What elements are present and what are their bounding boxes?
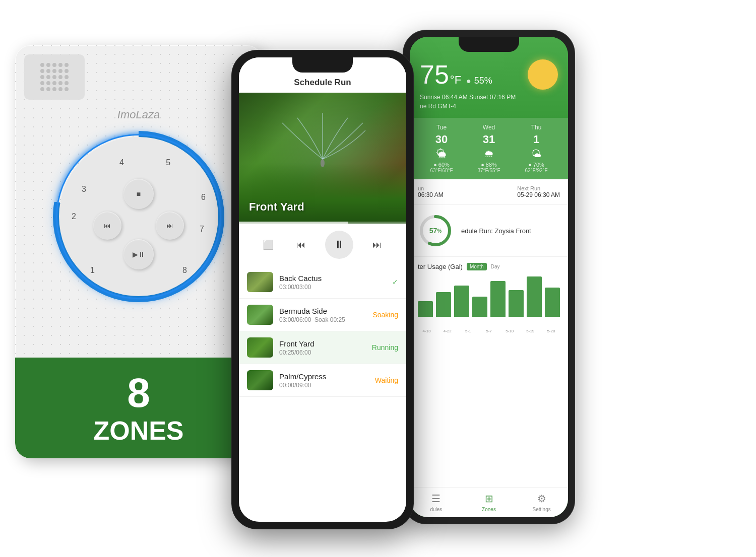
day-toggle[interactable]: Day [491,264,500,269]
last-run-time: 06:30 AM [418,191,444,198]
forecast-tue-date: 30 [418,133,465,146]
zone-status-palm: Waiting [375,376,398,384]
sprinkler-image: Front Yard [239,93,406,224]
phone-front: Schedule Run Front Yard [232,50,413,529]
forecast-row: Tue 30 🌦 ● 60% 63°F/68°F Wed 31 🌧 ● 88% … [410,118,568,179]
bottom-nav: ☰ dules ⊞ Zones ⚙ Settings [410,487,568,517]
zone-info-back-cactus: Back Cactus 03:00/03:00 [279,274,386,291]
circle-progress: 57% [418,213,453,248]
forecast-thu-icon: 🌤 [513,148,560,160]
zone-item-bermuda[interactable]: Bermuda Side 03:00/06:00 Soak 00:25 Soak… [239,299,406,331]
nav-zones-label: Zones [482,507,496,512]
stop-ctrl-icon[interactable]: ⬜ [259,236,277,254]
chart-area [418,276,560,327]
phone-notch-back [459,37,519,52]
forecast-thu-temps: 62°F/92°F [513,168,560,173]
playback-controls[interactable]: ⬜ ⏮ ⏸ ⏭ [239,224,406,266]
forecast-wed: Wed 31 🌧 ● 88% 37°F/55°F [465,124,513,173]
zone-8-label: 8 [182,266,187,275]
zone-thumb-back-cactus [247,272,273,292]
chart-label-4: 5-10 [501,329,519,333]
zone-name-palm: Palm/Cypress [279,372,369,381]
progress-section: 57% edule Run: Zoysia Front [410,204,568,256]
month-toggle[interactable]: Month [467,263,487,270]
zone-7-label: 7 [200,225,204,234]
yard-label: Front Yard [249,200,304,214]
chart-bar-7 [545,288,560,317]
phone-screen-front: Schedule Run Front Yard [239,57,406,522]
chart-label-6: 5-28 [542,329,560,333]
chart-bar-4 [490,281,506,317]
chart-bar-5 [509,290,524,317]
chart-bar-1 [436,292,451,317]
next-ctrl-icon[interactable]: ⏭ [368,236,386,254]
circle-label: 57% [418,213,453,248]
zone-4-label: 4 [119,158,124,167]
product-scene: ImoLaza 1 2 3 4 5 6 7 8 ■ [0,0,756,557]
zone-3-label: 3 [82,185,86,194]
chart-bar-0 [418,301,433,317]
forecast-tue-temps: 63°F/68°F [418,168,465,173]
last-run-label: un [418,185,444,191]
forecast-wed-name: Wed [465,124,513,131]
next-run-info: Next Run 05-29 06:30 AM [517,185,560,198]
prev-ctrl-icon[interactable]: ⏮ [292,236,310,254]
forecast-wed-date: 31 [465,133,513,146]
zone-6-label: 6 [201,193,206,202]
water-spray-svg [272,103,373,183]
led-ring: 1 2 3 4 5 6 7 8 ■ ⏮ ⏭ ▶⏸ [53,131,224,302]
chart-label-2: 5-1 [459,329,477,333]
zones-text: ZONES [93,417,183,444]
weather-location: ne Rd GMT-4 [420,103,558,110]
zone-item-palm[interactable]: Palm/Cypress 00:00/09:00 Waiting [239,364,406,397]
zone-2-label: 2 [72,212,76,221]
play-pause-ctrl[interactable]: ⏸ [325,231,353,259]
zone-list: Back Cactus 03:00/03:00 ✓ Bermuda Side [239,266,406,397]
schedule-run-label: edule Run: Zoysia Front [461,227,531,235]
chart-label-5: 5-19 [522,329,539,333]
forecast-thu: Thu 1 🌤 ● 70% 62°F/92°F [513,124,560,173]
humidity-value: 55% [474,76,492,86]
zones-number: 8 [127,372,150,413]
water-usage-title: ter Usage (Gal) [418,263,463,270]
zones-nav-icon: ⊞ [485,493,493,505]
forecast-thu-pct: ● 70% [513,162,560,168]
play-pause-button[interactable]: ▶⏸ [123,239,154,269]
stop-button[interactable]: ■ [123,179,154,209]
forecast-tue-pct: ● 60% [418,162,465,168]
app-title: Schedule Run [249,78,396,88]
zone-info-bermuda: Bermuda Side 03:00/06:00 Soak 00:25 [279,307,366,323]
zone-time-back-cactus: 03:00/03:00 [279,284,386,291]
device-bottom-panel: 8 ZONES [15,358,262,458]
forecast-tue-name: Tue [418,124,465,131]
weather-temp: 75 [420,59,449,90]
chart-label-1: 4-22 [438,329,456,333]
nav-schedules[interactable]: ☰ dules [410,493,463,512]
next-button[interactable]: ⏭ [156,212,184,240]
zone-info-front-yard: Front Yard 00:25/06:00 [279,339,366,356]
forecast-tue: Tue 30 🌦 ● 60% 63°F/68°F [418,124,465,173]
chart-bar-2 [454,286,469,317]
temp-unit: °F [450,74,461,87]
nav-settings[interactable]: ⚙ Settings [515,493,568,512]
phone-notch-front [292,57,353,73]
zone-status-back-cactus: ✓ [392,278,398,286]
forecast-wed-icon: 🌧 [465,148,513,160]
nav-zones[interactable]: ⊞ Zones [463,493,516,512]
chart-bar-3 [472,297,487,317]
zone-item-back-cactus[interactable]: Back Cactus 03:00/03:00 ✓ [239,266,406,299]
phone-frame-back: 75 °F ● 55% Sunrise 06:44 AM Sunset 07:1… [403,30,575,524]
progress-bar-fill [239,222,348,224]
water-usage-header: ter Usage (Gal) Month Day [418,263,560,270]
weather-sunrise-row: Sunrise 06:44 AM Sunset 07:16 PM [420,94,558,101]
zone-name-back-cactus: Back Cactus [279,274,386,283]
prev-button[interactable]: ⏮ [93,212,121,240]
forecast-tue-icon: 🌦 [418,148,465,160]
schedules-icon: ☰ [431,493,440,505]
weather-screen: 75 °F ● 55% Sunrise 06:44 AM Sunset 07:1… [410,37,568,517]
nav-schedules-label: dules [430,507,442,512]
control-ring: 1 2 3 4 5 6 7 8 ■ ⏮ ⏭ ▶⏸ [53,131,224,302]
weather-temp-display: 75 °F ● 55% [420,59,492,90]
zone-item-front-yard[interactable]: Front Yard 00:25/06:00 Running [239,331,406,364]
speaker-panel [24,54,85,100]
